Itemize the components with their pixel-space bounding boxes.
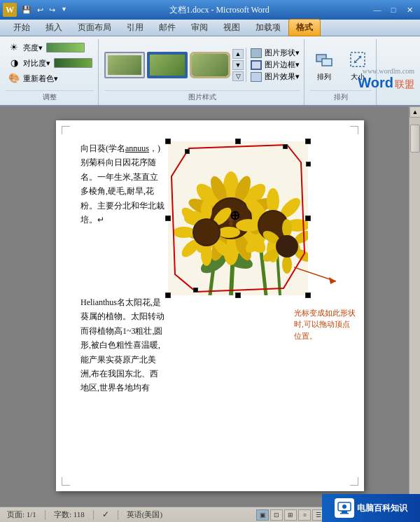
pic-effects-btn[interactable]: 图片效果▾ xyxy=(251,71,300,82)
text-sunflower-intro: 向日葵(学名annuus，)别菊科向日因花序随名。一年生米,茎直立多棱角,硬毛,… xyxy=(80,143,164,225)
tab-references[interactable]: 引用 xyxy=(119,19,151,36)
watermark-site: www.wordlm.com xyxy=(363,67,414,75)
handle-bl[interactable] xyxy=(165,292,171,298)
tab-mailings[interactable]: 邮件 xyxy=(151,19,183,36)
adjust-group-label: 调整 xyxy=(6,90,94,104)
redo-btn[interactable]: ↪ xyxy=(47,5,57,15)
handle-tm[interactable] xyxy=(235,139,241,144)
arrange-icon xyxy=(313,48,335,71)
brightness-btn[interactable]: ☀ 亮度▾ xyxy=(6,41,86,55)
scroll-up-btn[interactable]: ▲ xyxy=(410,106,420,118)
view-fullscreen-btn[interactable]: ⊡ xyxy=(270,509,283,521)
svg-point-75 xyxy=(342,505,346,509)
title-bar: W 💾 ↩ ↪ ▼ 文档1.docx - Microsoft Word — □ … xyxy=(0,0,420,20)
corner-tr xyxy=(350,126,358,134)
sep3 xyxy=(118,510,118,520)
scroll-track[interactable] xyxy=(410,118,420,495)
svg-rect-73 xyxy=(342,511,347,513)
pic-shape-btn[interactable]: 图片形状▾ xyxy=(251,48,300,58)
recolor-icon: 🎨 xyxy=(7,72,21,85)
dropdown-arrow[interactable]: ▼ xyxy=(59,5,69,15)
handle-bm[interactable] xyxy=(235,292,241,298)
save-quick-btn[interactable]: 💾 xyxy=(20,5,34,15)
tab-insert[interactable]: 插入 xyxy=(38,19,70,36)
contrast-label: 对比度▾ xyxy=(23,58,50,69)
pic-style-3[interactable] xyxy=(190,52,230,78)
corner-tl xyxy=(62,126,70,134)
handle-tr[interactable] xyxy=(305,139,311,144)
pic-styles-content: ▲ ▼ ▽ 图片形状▾ 图片边框▾ 图片效果▾ xyxy=(104,41,300,89)
sunflower-image xyxy=(168,141,308,295)
recolor-btn[interactable]: 🎨 重新着色▾ xyxy=(6,71,59,85)
view-web-btn[interactable]: ⊞ xyxy=(284,509,297,521)
vertex-handle-3[interactable] xyxy=(306,162,311,167)
annotation-arrow xyxy=(294,260,350,302)
vertex-handle-1[interactable] xyxy=(185,149,190,154)
document-page: 向日葵(学名annuus，)别菊科向日因花序随名。一年生米,茎直立多棱角,硬毛,… xyxy=(56,120,364,491)
tab-page-layout[interactable]: 页面布局 xyxy=(70,19,119,36)
svg-point-46 xyxy=(201,244,212,266)
quick-access: 💾 ↩ ↪ ▼ xyxy=(20,5,69,15)
tab-view[interactable]: 视图 xyxy=(216,19,248,36)
arrange-group-label: 排列 xyxy=(310,90,372,104)
handle-ml[interactable] xyxy=(165,216,171,221)
arrange-btn[interactable]: 排列 xyxy=(310,47,338,83)
ribbon-tabs: 开始 插入 页面布局 引用 邮件 审阅 视图 加载项 格式 xyxy=(0,20,420,36)
window-title: 文档1.docx - Microsoft Word xyxy=(69,4,370,16)
adjust-group: ☀ 亮度▾ ◑ 对比度▾ 🎨 重新着色▾ 调整 xyxy=(3,39,99,105)
sep2 xyxy=(93,510,94,520)
page-label: 页面: 1/1 xyxy=(7,509,36,520)
view-print-btn[interactable]: ▣ xyxy=(256,509,269,521)
tab-format[interactable]: 格式 xyxy=(288,19,321,36)
corner-br xyxy=(350,477,358,486)
pic-border-btn[interactable]: 图片边框▾ xyxy=(251,59,300,70)
handle-mr[interactable] xyxy=(305,216,311,221)
image-wrapper[interactable]: ⊕ xyxy=(168,141,308,295)
text-helianthus: Helianthus名太阳花,是葵属的植物。太阳转动而得植物高1~3粗壮,圆形,… xyxy=(80,297,164,393)
watermark-union: 联盟 xyxy=(395,78,414,91)
recolor-label: 重新着色▾ xyxy=(23,73,58,84)
ribbon: ☀ 亮度▾ ◑ 对比度▾ 🎨 重新着色▾ 调整 xyxy=(0,36,420,106)
pic-shape-label: 图片形状▾ xyxy=(265,48,300,58)
pic-style-up[interactable]: ▲ xyxy=(232,49,244,59)
tab-addins[interactable]: 加载项 xyxy=(248,19,288,36)
word-count-status: 字数: 118 xyxy=(51,509,88,520)
vertex-handle-4[interactable] xyxy=(193,288,198,292)
scrollbar-right: ▲ ▼ xyxy=(409,106,420,507)
svg-point-58 xyxy=(236,219,261,232)
pic-style-down[interactable]: ▼ xyxy=(232,60,244,70)
pic-styles-group-label: 图片样式 xyxy=(104,90,300,104)
pic-styles-group: ▲ ▼ ▽ 图片形状▾ 图片边框▾ 图片效果▾ xyxy=(102,39,304,105)
pic-style-thumbnails: ▲ ▼ ▽ xyxy=(104,49,244,81)
svg-point-62 xyxy=(282,219,292,237)
svg-rect-1 xyxy=(322,59,332,66)
pic-style-expand[interactable]: ▽ xyxy=(232,71,244,81)
pic-effects-label: 图片效果▾ xyxy=(265,71,300,82)
window-controls: — □ ✕ xyxy=(370,3,417,16)
contrast-icon: ◑ xyxy=(7,57,21,69)
language-label: 英语(美国) xyxy=(127,509,162,520)
vertex-handle-2[interactable] xyxy=(283,144,288,149)
spell-icon: ✓ xyxy=(102,509,109,520)
pic-style-1[interactable] xyxy=(104,52,145,78)
svg-point-68 xyxy=(276,235,298,258)
tab-review[interactable]: 审阅 xyxy=(183,19,216,36)
view-outline-btn[interactable]: ≡ xyxy=(298,509,311,521)
maximize-btn[interactable]: □ xyxy=(386,3,401,16)
document-area: 向日葵(学名annuus，)别菊科向日因花序随名。一年生米,茎直立多棱角,硬毛,… xyxy=(0,106,420,507)
contrast-btn[interactable]: ◑ 对比度▾ xyxy=(6,56,94,70)
handle-tl[interactable] xyxy=(165,139,171,144)
close-btn[interactable]: ✕ xyxy=(402,3,417,16)
scroll-thumb[interactable] xyxy=(410,125,420,153)
watermark-word: Word xyxy=(358,75,393,91)
word-icon: W xyxy=(3,3,17,17)
svg-point-42 xyxy=(201,199,212,221)
page-status: 页面: 1/1 xyxy=(4,509,39,520)
pic-style-2[interactable] xyxy=(147,52,188,78)
tab-home[interactable]: 开始 xyxy=(6,19,38,36)
svg-point-44 xyxy=(218,227,240,238)
minimize-btn[interactable]: — xyxy=(370,3,385,16)
corner-bl xyxy=(62,477,70,486)
svg-point-65 xyxy=(282,255,292,274)
undo-btn[interactable]: ↩ xyxy=(35,5,46,15)
